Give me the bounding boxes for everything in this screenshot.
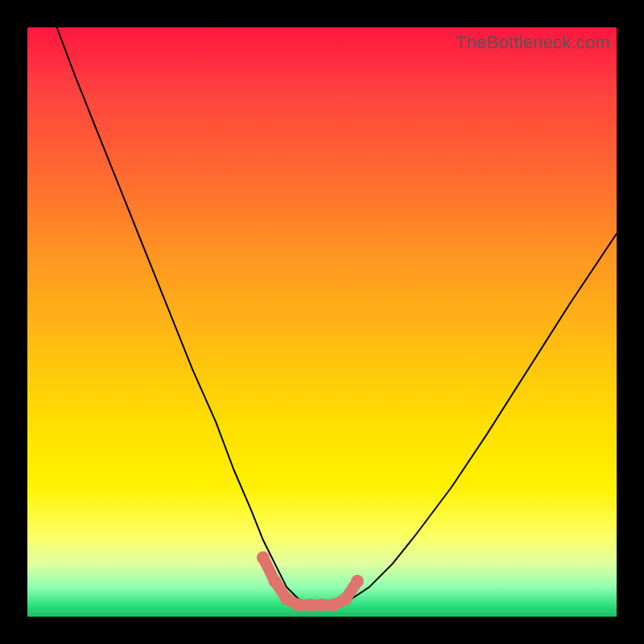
marker-dot xyxy=(328,598,341,611)
marker-dot xyxy=(351,575,364,588)
marker-dot xyxy=(280,592,293,605)
bottleneck-curve xyxy=(57,27,617,605)
chart-frame: TheBottleneck.com xyxy=(0,0,644,644)
marker-dot xyxy=(339,592,352,605)
marker-dot xyxy=(316,598,328,611)
marker-dot xyxy=(303,598,316,611)
curve-layer xyxy=(27,27,617,617)
marker-dot xyxy=(257,551,270,564)
plot-area: TheBottleneck.com xyxy=(27,27,617,617)
marker-dot xyxy=(292,598,305,611)
marker-dot xyxy=(268,575,281,588)
